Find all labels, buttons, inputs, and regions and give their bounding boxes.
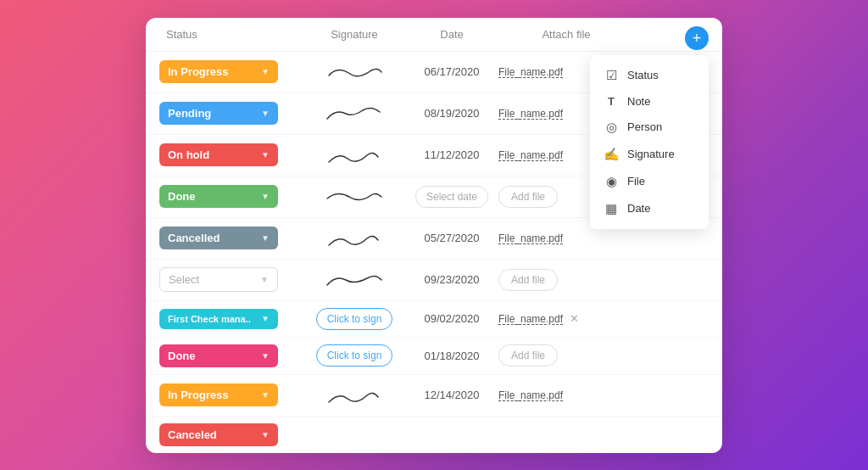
date-cell: 09/02/2020 <box>405 312 498 325</box>
file-link[interactable]: File_name.pdf <box>498 389 563 401</box>
file-link[interactable]: File_name.pdf <box>498 232 563 244</box>
status-label: Done <box>168 350 196 362</box>
col-date: Date <box>405 28 498 41</box>
date-icon: ▦ <box>604 201 619 216</box>
date-cell: 05/27/2020 <box>405 232 498 244</box>
signature-cell <box>303 382 405 409</box>
table-row: First Check mana.. ▼ Click to sign 09/02… <box>146 301 722 338</box>
dropdown-label: Date <box>627 202 650 215</box>
main-card: Status Signature Date Attach file + In P… <box>146 18 722 453</box>
status-badge-first-check[interactable]: First Check mana.. ▼ <box>159 309 278 329</box>
signature-cell: Click to sign <box>303 308 405 330</box>
signature-cell <box>303 225 405 252</box>
dropdown-item-status[interactable]: ☑ Status <box>590 62 709 89</box>
chevron-down-icon: ▼ <box>261 351 270 361</box>
dropdown-item-signature[interactable]: ✍ Signature <box>590 141 709 168</box>
file-link[interactable]: File_name.pdf <box>498 313 563 325</box>
status-badge-done-pink[interactable]: Done ▼ <box>159 344 278 367</box>
status-cell: Pending ▼ <box>159 102 303 125</box>
file-link[interactable]: File_name.pdf <box>498 66 563 78</box>
table-header: Status Signature Date Attach file + <box>146 18 722 52</box>
dropdown-item-date[interactable]: ▦ Date <box>590 195 709 222</box>
signature-icon: ✍ <box>604 147 619 162</box>
click-to-sign-button[interactable]: Click to sign <box>316 308 393 330</box>
signature-cell <box>303 59 405 86</box>
file-cell: File_name.pdf <box>498 389 634 401</box>
chevron-down-icon: ▼ <box>261 192 270 201</box>
file-cell: File_name.pdf <box>498 232 634 244</box>
col-status: Status <box>159 28 303 41</box>
date-cell[interactable]: Select date <box>405 186 498 208</box>
dropdown-label: Status <box>627 69 659 81</box>
table-row: Canceled ▼ <box>146 417 722 453</box>
signature-cell <box>303 183 405 210</box>
status-cell: Done ▼ <box>159 185 303 208</box>
table-row: In Progress ▼ 12/14/2020 File_name.pdf <box>146 375 722 417</box>
date-cell: 06/17/2020 <box>405 65 498 78</box>
chevron-down-icon: ▼ <box>261 67 270 76</box>
add-file-button[interactable]: Add file <box>498 269 558 291</box>
close-icon[interactable]: ✕ <box>570 312 579 325</box>
status-badge-in-progress[interactable]: In Progress ▼ <box>159 60 278 83</box>
checkbox-icon: ☑ <box>604 68 619 83</box>
table-row: Done ▼ Click to sign 01/18/2020 Add file <box>146 338 722 375</box>
signature-image <box>320 266 388 294</box>
dropdown-label: Signature <box>627 148 675 160</box>
chevron-down-icon: ▼ <box>261 314 270 323</box>
signature-cell <box>303 100 405 127</box>
dropdown-item-note[interactable]: T Note <box>590 89 709 114</box>
column-dropdown-menu: ☑ Status T Note ◎ Person ✍ Signature ◉ F… <box>590 55 709 229</box>
status-label: Done <box>168 190 196 203</box>
status-label: Cancelled <box>168 232 220 244</box>
signature-image <box>320 382 388 409</box>
signature-cell <box>303 142 405 169</box>
date-cell: 12/14/2020 <box>405 389 498 401</box>
dropdown-label: Note <box>627 95 650 108</box>
status-label: In Progress <box>168 65 229 78</box>
status-badge-select[interactable]: Select ▼ <box>159 267 278 292</box>
status-badge-in-progress[interactable]: In Progress ▼ <box>159 383 278 406</box>
status-cell: Cancelled ▼ <box>159 227 303 249</box>
status-cell: In Progress ▼ <box>159 383 303 406</box>
status-label: On hold <box>168 148 209 161</box>
signature-image <box>320 59 388 86</box>
col-attach: Attach file <box>498 28 634 41</box>
date-cell: 11/12/2020 <box>405 148 498 161</box>
col-signature: Signature <box>303 28 405 41</box>
chevron-down-icon: ▼ <box>261 109 270 118</box>
signature-image <box>320 142 388 169</box>
chevron-down-icon: ▼ <box>261 390 270 400</box>
dropdown-label: Person <box>627 120 662 133</box>
file-cell: Add file <box>498 344 634 366</box>
signature-cell: Click to sign <box>303 344 405 366</box>
dropdown-item-person[interactable]: ◎ Person <box>590 114 709 141</box>
status-label: Select <box>169 273 199 286</box>
signature-image <box>320 183 388 210</box>
add-column-button[interactable]: + <box>685 26 709 50</box>
status-label: Canceled <box>168 428 217 441</box>
status-badge-pending[interactable]: Pending ▼ <box>159 102 278 125</box>
add-file-button[interactable]: Add file <box>498 186 558 208</box>
file-link[interactable]: File_name.pdf <box>498 108 563 120</box>
signature-image <box>320 100 388 127</box>
status-badge-done[interactable]: Done ▼ <box>159 185 278 208</box>
status-cell: Done ▼ <box>159 344 303 367</box>
select-date-button[interactable]: Select date <box>415 186 488 208</box>
file-cell: Add file <box>498 269 634 291</box>
file-link[interactable]: File_name.pdf <box>498 149 563 161</box>
status-badge-on-hold[interactable]: On hold ▼ <box>159 143 278 166</box>
click-to-sign-button[interactable]: Click to sign <box>316 344 393 366</box>
add-file-button[interactable]: Add file <box>498 344 558 366</box>
status-badge-cancelled[interactable]: Cancelled ▼ <box>159 227 278 249</box>
status-label: In Progress <box>168 389 229 401</box>
signature-cell <box>303 266 405 294</box>
status-cell: On hold ▼ <box>159 143 303 166</box>
note-icon: T <box>604 95 619 108</box>
file-cell: File_name.pdf ✕ <box>498 312 634 325</box>
status-badge-canceled[interactable]: Canceled ▼ <box>159 423 278 446</box>
dropdown-item-file[interactable]: ◉ File <box>590 168 709 195</box>
chevron-down-icon: ▼ <box>261 430 270 439</box>
dropdown-label: File <box>627 175 645 187</box>
signature-image <box>320 225 388 252</box>
status-cell: First Check mana.. ▼ <box>159 309 303 329</box>
